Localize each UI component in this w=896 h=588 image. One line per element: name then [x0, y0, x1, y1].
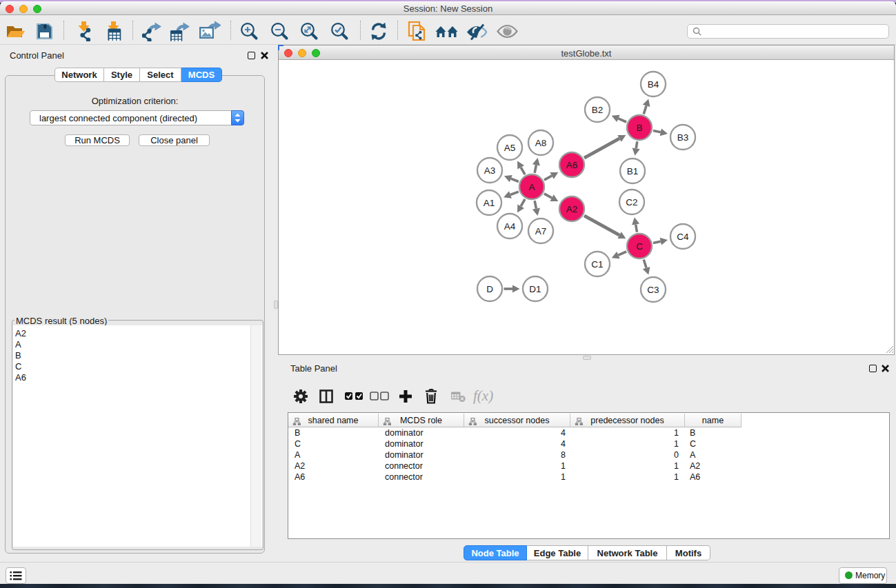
svg-text:A5: A5	[504, 143, 516, 153]
svg-text:B2: B2	[592, 105, 604, 115]
svg-text:B: B	[636, 123, 642, 133]
svg-text:D: D	[486, 284, 493, 294]
svg-text:B4: B4	[648, 79, 659, 90]
svg-text:B1: B1	[627, 166, 639, 176]
svg-text:A: A	[528, 182, 535, 192]
svg-text:C3: C3	[647, 285, 659, 295]
svg-text:A7: A7	[535, 226, 547, 236]
svg-text:A2: A2	[566, 204, 578, 214]
svg-text:A6: A6	[566, 160, 578, 170]
svg-text:B3: B3	[677, 132, 689, 143]
svg-text:C: C	[636, 241, 643, 252]
svg-text:A3: A3	[484, 165, 496, 176]
svg-text:A1: A1	[484, 198, 495, 208]
svg-text:A8: A8	[535, 138, 547, 148]
svg-text:A4: A4	[504, 221, 516, 232]
svg-text:C4: C4	[677, 232, 689, 242]
svg-text:C2: C2	[626, 197, 637, 207]
svg-text:C1: C1	[591, 259, 603, 270]
svg-text:D1: D1	[529, 284, 541, 294]
